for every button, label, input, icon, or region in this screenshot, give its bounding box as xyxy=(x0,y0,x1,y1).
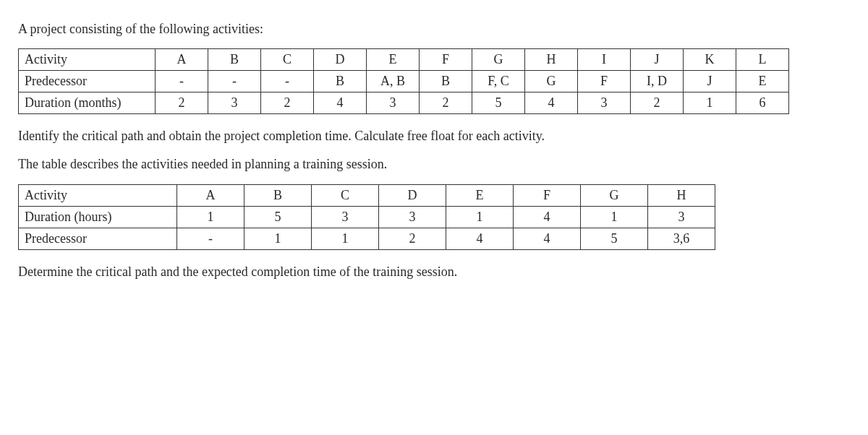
cell: B xyxy=(208,49,261,71)
cell: E xyxy=(367,49,420,71)
intro-paragraph-2: The table describes the activities neede… xyxy=(18,155,850,173)
question-1: Identify the critical path and obtain th… xyxy=(18,127,850,145)
cell: 3 xyxy=(312,206,379,228)
row-header-activity: Activity xyxy=(19,184,177,206)
cell: E xyxy=(446,184,514,206)
intro-paragraph-1: A project consisting of the following ac… xyxy=(18,20,850,38)
cell: 4 xyxy=(446,228,514,249)
cell: 1 xyxy=(446,206,514,228)
cell: C xyxy=(312,184,379,206)
table-row: Duration (months) 2 3 2 4 3 2 5 4 3 2 1 … xyxy=(19,92,789,114)
cell: 3 xyxy=(367,92,420,114)
cell: B xyxy=(314,71,367,92)
cell: 2 xyxy=(156,92,208,114)
cell: - xyxy=(177,228,244,249)
cell: 5 xyxy=(472,92,525,114)
cell: 1 xyxy=(684,92,736,114)
cell: A xyxy=(177,184,244,206)
activities-table-2: Activity A B C D E F G H Duration (hours… xyxy=(18,184,715,250)
cell: - xyxy=(261,71,314,92)
cell: F xyxy=(514,184,581,206)
cell: 3 xyxy=(648,206,715,228)
cell: 4 xyxy=(514,206,581,228)
cell: A xyxy=(156,49,208,71)
cell: 4 xyxy=(514,228,581,249)
cell: 2 xyxy=(379,228,446,249)
table-row: Activity A B C D E F G H I J K L xyxy=(19,49,789,71)
cell: 1 xyxy=(312,228,379,249)
cell: 1 xyxy=(177,206,244,228)
cell: G xyxy=(581,184,648,206)
row-header-predecessor: Predecessor xyxy=(19,228,177,249)
cell: 4 xyxy=(314,92,367,114)
cell: H xyxy=(525,49,578,71)
cell: 3 xyxy=(578,92,631,114)
cell: A, B xyxy=(367,71,420,92)
question-2: Determine the critical path and the expe… xyxy=(18,263,850,281)
cell: F, C xyxy=(472,71,525,92)
cell: F xyxy=(578,71,631,92)
cell: H xyxy=(648,184,715,206)
cell: 5 xyxy=(581,228,648,249)
table-row: Predecessor - - - B A, B B F, C G F I, D… xyxy=(19,71,789,92)
activities-table-1: Activity A B C D E F G H I J K L Predece… xyxy=(18,48,789,114)
cell: 3 xyxy=(379,206,446,228)
cell: L xyxy=(736,49,789,71)
cell: K xyxy=(684,49,736,71)
cell: B xyxy=(244,184,312,206)
cell: J xyxy=(684,71,736,92)
cell: C xyxy=(261,49,314,71)
cell: B xyxy=(420,71,472,92)
table-row: Duration (hours) 1 5 3 3 1 4 1 3 xyxy=(19,206,715,228)
cell: 6 xyxy=(736,92,789,114)
cell: D xyxy=(379,184,446,206)
row-header-duration: Duration (hours) xyxy=(19,206,177,228)
row-header-duration: Duration (months) xyxy=(19,92,156,114)
cell: - xyxy=(156,71,208,92)
cell: F xyxy=(420,49,472,71)
cell: 4 xyxy=(525,92,578,114)
cell: D xyxy=(314,49,367,71)
row-header-activity: Activity xyxy=(19,49,156,71)
cell: 2 xyxy=(261,92,314,114)
table-row: Predecessor - 1 1 2 4 4 5 3,6 xyxy=(19,228,715,249)
cell: I, D xyxy=(631,71,684,92)
cell: 3,6 xyxy=(648,228,715,249)
cell: 2 xyxy=(631,92,684,114)
row-header-predecessor: Predecessor xyxy=(19,71,156,92)
cell: 2 xyxy=(420,92,472,114)
cell: 5 xyxy=(244,206,312,228)
cell: G xyxy=(525,71,578,92)
cell: 1 xyxy=(581,206,648,228)
cell: J xyxy=(631,49,684,71)
cell: I xyxy=(578,49,631,71)
cell: G xyxy=(472,49,525,71)
cell: 1 xyxy=(244,228,312,249)
table-row: Activity A B C D E F G H xyxy=(19,184,715,206)
cell: - xyxy=(208,71,261,92)
cell: E xyxy=(736,71,789,92)
cell: 3 xyxy=(208,92,261,114)
